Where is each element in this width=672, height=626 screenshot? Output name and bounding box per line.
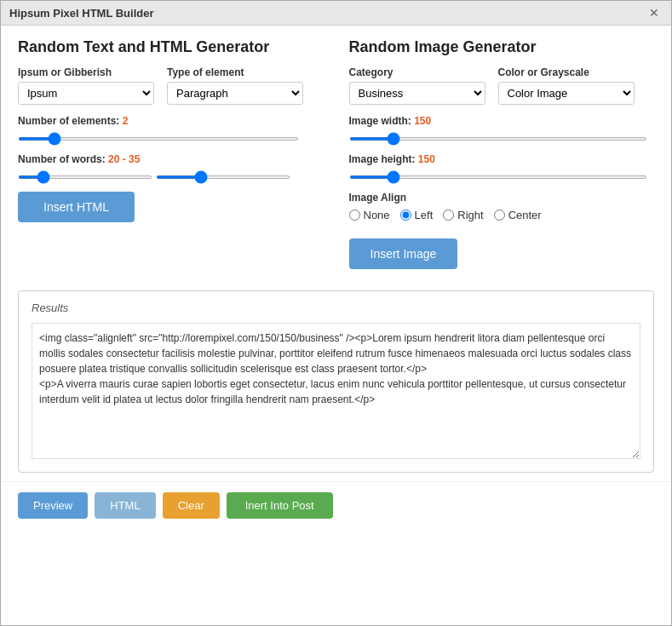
type-select[interactable]: Paragraph Heading List [167,82,303,105]
type-label: Type of element [167,66,303,78]
image-width-track [349,130,647,143]
ipsum-type-row: Ipsum or Gibberish Ipsum Gibberish Type … [18,66,324,105]
category-select[interactable]: Business Nature Sports Food Abstract [349,82,485,105]
image-align-label: Image Align [349,192,655,204]
num-elements-slider[interactable] [18,137,299,141]
image-width-value: 150 [414,115,431,127]
results-title: Results [32,302,640,314]
html-button[interactable]: HTML [95,492,155,519]
color-label: Color or Grayscale [498,66,635,78]
num-elements-value: 2 [123,115,129,127]
image-height-value: 150 [418,153,435,165]
image-width-slider[interactable] [349,137,647,141]
align-right-radio[interactable] [443,210,454,221]
category-label: Category [349,66,485,78]
ipsum-field-group: Ipsum or Gibberish Ipsum Gibberish [18,66,154,105]
right-column: Random Image Generator Category Business… [349,38,655,269]
clear-button[interactable]: Clear [163,492,220,519]
color-field-group: Color or Grayscale Color Image Grayscale [498,66,635,105]
align-radio-group: None Left Right Center [349,209,655,221]
results-textarea[interactable]: <img class="alignleft" src="http://lorem… [32,323,640,459]
align-center-radio[interactable] [494,210,505,221]
align-none-radio[interactable] [349,210,360,221]
align-left-radio[interactable] [400,210,411,221]
color-select[interactable]: Color Image Grayscale [498,82,635,105]
type-field-group: Type of element Paragraph Heading List [167,66,303,105]
image-height-slider[interactable] [349,175,647,179]
image-height-label: Image height: 150 [349,153,655,165]
window-title: Hipsum Pixel HTML Builder [9,7,154,20]
image-height-row: Image height: 150 [349,153,655,181]
num-words-min-slider[interactable] [18,175,152,179]
align-left-label[interactable]: Left [400,209,434,221]
main-content: Random Text and HTML Generator Ipsum or … [1,26,671,282]
close-button[interactable]: ✕ [646,6,663,20]
align-none-label[interactable]: None [349,209,390,221]
ipsum-select[interactable]: Ipsum Gibberish [18,82,154,105]
title-bar: Hipsum Pixel HTML Builder ✕ [1,1,671,26]
left-column: Random Text and HTML Generator Ipsum or … [18,38,324,269]
ipsum-label: Ipsum or Gibberish [18,66,154,78]
insert-html-button[interactable]: Insert HTML [18,192,135,222]
align-center-label[interactable]: Center [494,209,542,221]
image-width-label: Image width: 150 [349,115,655,127]
num-words-label: Number of words: 20 - 35 [18,153,324,165]
align-right-label[interactable]: Right [443,209,483,221]
num-elements-track [18,130,299,143]
insert-into-post-button[interactable]: Inert Into Post [227,492,333,519]
bottom-bar: Preview HTML Clear Inert Into Post [1,481,671,529]
num-elements-row: Number of elements: 2 [18,115,324,143]
left-section-title: Random Text and HTML Generator [18,38,324,56]
num-words-row: Number of words: 20 - 35 [18,153,324,181]
image-height-track [349,169,647,181]
insert-image-button[interactable]: Insert Image [349,238,458,269]
num-elements-label: Number of elements: 2 [18,115,324,127]
category-color-row: Category Business Nature Sports Food Abs… [349,66,655,105]
num-words-value: 20 - 35 [108,153,140,165]
preview-button[interactable]: Preview [18,492,88,519]
num-words-max-slider[interactable] [156,175,290,179]
results-box: Results <img class="alignleft" src="http… [18,290,654,473]
right-section-title: Random Image Generator [349,38,655,56]
image-width-row: Image width: 150 [349,115,655,143]
category-field-group: Category Business Nature Sports Food Abs… [349,66,485,105]
num-words-track [18,169,299,181]
main-window: Hipsum Pixel HTML Builder ✕ Random Text … [0,0,672,626]
image-align-section: Image Align None Left Right [349,192,655,221]
two-column-layout: Random Text and HTML Generator Ipsum or … [18,38,654,269]
